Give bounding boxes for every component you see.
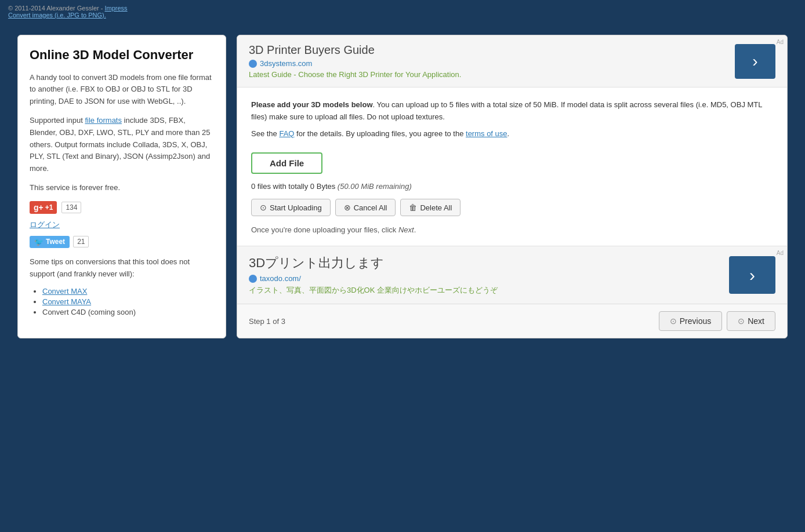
ad2-arrow-button[interactable]: ›	[729, 256, 775, 294]
previous-button[interactable]: ⊙ Previous	[659, 311, 722, 331]
start-uploading-button[interactable]: ⊙ Start Uploading	[251, 199, 331, 216]
ad2-arrow-icon: ›	[749, 265, 755, 285]
ad-banner-2: Ad 3Dプリント出力します taxodo.com/ イラスト、写真、平面図から…	[237, 246, 787, 304]
list-item: Convert C4D (coming soon)	[42, 308, 214, 316]
nav-buttons: ⊙ Previous ⊙ Next	[659, 311, 775, 331]
footer-nav: Step 1 of 3 ⊙ Previous ⊙ Next	[237, 304, 787, 338]
next-icon: ⊙	[738, 316, 745, 326]
tweet-button[interactable]: 🐦 Tweet	[30, 236, 70, 248]
convert-max-link[interactable]: Convert MAX	[42, 287, 87, 296]
faq-suffix: .	[507, 129, 510, 138]
login-link[interactable]: ログイン	[30, 220, 214, 230]
desc1: A handy tool to convert 3D models from o…	[30, 72, 214, 108]
impress-link[interactable]: Impress	[104, 5, 127, 12]
hint-suffix: .	[414, 225, 416, 234]
ad1-url: 3dsystems.com	[260, 59, 312, 68]
cancel-icon: ⊗	[344, 203, 351, 212]
ad-label-1: Ad	[777, 39, 784, 45]
faq-middle: for the details. By uploading files, you…	[294, 129, 466, 138]
gplus-label: +1	[45, 203, 53, 212]
prev-icon: ⊙	[670, 316, 677, 326]
faq-prefix: See the	[251, 129, 279, 138]
upload-hint: Once you're done uploading your files, c…	[251, 225, 773, 234]
ad1-subtitle: Latest Guide - Choose the Right 3D Print…	[249, 70, 723, 79]
add-file-button[interactable]: Add File	[251, 152, 322, 174]
free-text: This service is forever free.	[30, 182, 214, 194]
ad1-url-row: 3dsystems.com	[249, 59, 723, 68]
ad-text-block-1: 3D Printer Buyers Guide 3dsystems.com La…	[249, 43, 723, 79]
ad1-arrow-button[interactable]: ›	[735, 44, 775, 79]
ad2-title: 3Dプリント出力します	[249, 254, 717, 272]
ad-text-block-2: 3Dプリント出力します taxodo.com/ イラスト、写真、平面図から3D化…	[249, 254, 717, 296]
cancel-all-label: Cancel All	[354, 203, 387, 212]
tweet-row: 🐦 Tweet 21	[30, 236, 214, 248]
convert-c4d-text: Convert C4D (coming soon)	[42, 308, 136, 316]
delete-icon: 🗑	[409, 203, 417, 212]
gplus-row: g++1 134	[30, 201, 214, 214]
top-bar: © 2011-2014 Alexander Gessler - Impress …	[0, 0, 805, 23]
ad-label-2: Ad	[777, 250, 784, 256]
cancel-all-button[interactable]: ⊗ Cancel All	[335, 199, 396, 216]
twitter-icon: 🐦	[34, 238, 43, 246]
hint-next: Next	[398, 225, 414, 234]
info-text: Please add your 3D models below. You can…	[251, 99, 773, 123]
tips-list: Convert MAX Convert MAYA Convert C4D (co…	[42, 287, 214, 316]
convert-maya-link[interactable]: Convert MAYA	[42, 297, 91, 306]
upload-icon: ⊙	[260, 203, 267, 212]
desc2: Supported input file formats include 3DS…	[30, 115, 214, 175]
gplus-count: 134	[61, 202, 81, 213]
right-panel: Ad 3D Printer Buyers Guide 3dsystems.com…	[237, 35, 788, 338]
delete-all-button[interactable]: 🗑 Delete All	[400, 199, 460, 216]
ad1-title: 3D Printer Buyers Guide	[249, 43, 723, 57]
action-buttons: ⊙ Start Uploading ⊗ Cancel All 🗑 Delete …	[251, 199, 773, 216]
ad2-url: taxodo.com/	[260, 274, 301, 283]
delete-all-label: Delete All	[420, 203, 452, 212]
tweet-label: Tweet	[46, 238, 65, 246]
ad1-url-icon	[249, 60, 257, 68]
file-status: 0 files with totally 0 Bytes (50.00 MiB …	[251, 182, 773, 191]
hint-prefix: Once you're done uploading your files, c…	[251, 225, 398, 234]
ad1-arrow-icon: ›	[752, 52, 757, 71]
faq-link[interactable]: FAQ	[279, 129, 294, 138]
file-formats-link[interactable]: file formats	[85, 116, 122, 125]
left-panel: Online 3D Model Converter A handy tool t…	[17, 35, 226, 338]
faq-text: See the FAQ for the details. By uploadin…	[251, 128, 773, 140]
convert-images-link[interactable]: Convert images (i.e. JPG to PNG).	[8, 12, 106, 19]
list-item: Convert MAX	[42, 287, 214, 296]
start-upload-label: Start Uploading	[270, 203, 322, 212]
file-remaining: (50.00 MiB remaining)	[338, 182, 412, 191]
terms-link[interactable]: terms of use	[466, 129, 507, 138]
main-layout: Online 3D Model Converter A handy tool t…	[0, 23, 805, 350]
tips-intro: Some tips on conversions that this tool …	[30, 256, 214, 280]
ad-banner-1: Ad 3D Printer Buyers Guide 3dsystems.com…	[237, 35, 787, 88]
next-label: Next	[748, 316, 764, 326]
app-title: Online 3D Model Converter	[30, 47, 214, 64]
info-bold: Please add your 3D models below	[251, 100, 373, 109]
list-item: Convert MAYA	[42, 297, 214, 306]
ad2-subtitle: イラスト、写真、平面図から3D化OK 企業向けやホビーユーズにもどうぞ	[249, 285, 717, 296]
previous-label: Previous	[680, 316, 711, 326]
tweet-count: 21	[73, 236, 89, 247]
desc2-prefix: Supported input	[30, 116, 85, 125]
next-button[interactable]: ⊙ Next	[727, 311, 775, 331]
file-count: 0 files with totally 0 Bytes	[251, 182, 338, 191]
gplus-button[interactable]: g++1	[30, 201, 57, 214]
ad2-url-icon	[249, 275, 257, 283]
copyright-text: © 2011-2014 Alexander Gessler -	[8, 5, 104, 12]
step-indicator: Step 1 of 3	[249, 317, 285, 326]
ad2-url-row: taxodo.com/	[249, 274, 717, 283]
converter-area: Please add your 3D models below. You can…	[237, 88, 787, 246]
